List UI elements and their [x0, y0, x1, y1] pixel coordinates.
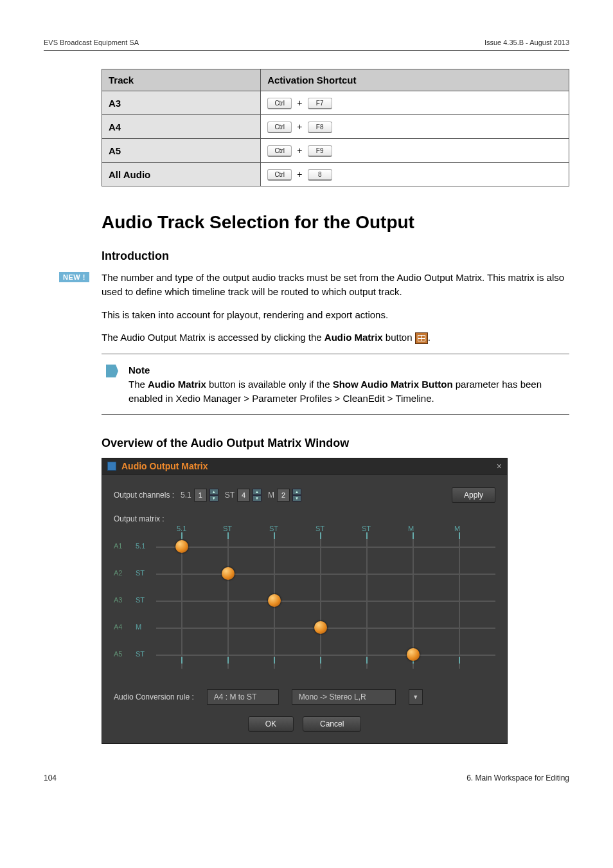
note-tag-icon — [104, 363, 120, 381]
new-badge: NEW ! — [59, 272, 89, 282]
conversion-label: Audio Conversion rule : — [114, 692, 194, 701]
key-ctrl: Ctrl — [267, 122, 292, 133]
output-matrix-label: Output matrix : — [114, 514, 164, 523]
matrix-col-header: M — [454, 525, 460, 532]
window-icon — [107, 462, 116, 471]
th-shortcut: Activation Shortcut — [261, 69, 569, 91]
matrix-node[interactable] — [268, 594, 281, 607]
conversion-rule-select[interactable]: Mono -> Stereo L,R — [292, 689, 396, 705]
output-channels-row: Output channels : 5.1 1 ▲▼ ST 4 ▲▼ M 2 ▲… — [102, 475, 507, 508]
key-8: 8 — [308, 169, 332, 181]
matrix-row-header: A15.1 — [114, 542, 145, 550]
note-box: Note The Audio Matrix button is availabl… — [102, 354, 569, 415]
matrix-row-header: A2ST — [114, 569, 145, 577]
spinner-5-1[interactable]: ▲▼ — [209, 489, 218, 502]
key-f8: F8 — [308, 122, 332, 133]
intro-paragraph-3: The Audio Output Matrix is accessed by c… — [102, 330, 569, 345]
conversion-source: A4 : M to ST — [207, 689, 279, 705]
table-row: All Audio Ctrl + 8 — [102, 163, 569, 186]
cancel-button[interactable]: Cancel — [303, 716, 361, 732]
header-left: EVS Broadcast Equipment SA — [44, 39, 139, 46]
intro-paragraph-2: This is taken into account for playout, … — [102, 308, 569, 322]
channel-5-1-value[interactable]: 1 — [194, 489, 207, 502]
footer-section: 6. Main Workspace for Editing — [466, 773, 569, 782]
channel-m-value[interactable]: 2 — [277, 489, 290, 502]
matrix-row-header: A5ST — [114, 650, 145, 658]
plus-icon: + — [294, 145, 305, 156]
table-row: A4 Ctrl + F8 — [102, 115, 569, 139]
plus-icon: + — [294, 98, 305, 108]
footer-page-number: 104 — [44, 773, 57, 782]
matrix-col-header: ST — [223, 525, 232, 532]
section-title: Audio Track Selection for the Output — [102, 212, 569, 233]
track-label: A5 — [102, 139, 261, 163]
key-ctrl: Ctrl — [267, 98, 292, 109]
key-ctrl: Ctrl — [267, 145, 292, 157]
matrix-node[interactable] — [175, 540, 188, 553]
table-row: A5 Ctrl + F9 — [102, 139, 569, 163]
header-right: Issue 4.35.B - August 2013 — [484, 39, 569, 46]
channel-st-value[interactable]: 4 — [237, 489, 250, 502]
plus-icon: + — [294, 169, 305, 179]
note-title: Note — [129, 365, 150, 375]
matrix-node[interactable] — [407, 648, 420, 661]
matrix-node[interactable] — [222, 567, 235, 580]
output-matrix-grid[interactable]: 5.1STSTSTSTMMA15.1A2STA3STA4MA5ST — [169, 527, 495, 674]
channel-5-1: 5.1 1 ▲▼ — [181, 489, 218, 502]
key-f7: F7 — [308, 98, 332, 109]
apply-button[interactable]: Apply — [452, 487, 495, 503]
window-titlebar: Audio Output Matrix × — [102, 458, 507, 475]
matrix-col-header: ST — [315, 525, 324, 532]
audio-matrix-icon — [415, 332, 428, 344]
close-icon[interactable]: × — [497, 461, 502, 471]
matrix-col-header: ST — [362, 525, 371, 532]
matrix-row-header: A3ST — [114, 596, 145, 604]
key-ctrl: Ctrl — [267, 169, 292, 181]
intro-paragraph-1: The number and type of the output audio … — [102, 271, 569, 299]
audio-output-matrix-window: Audio Output Matrix × Output channels : … — [102, 458, 508, 744]
spinner-st[interactable]: ▲▼ — [253, 489, 262, 502]
track-label: A3 — [102, 91, 261, 115]
track-label: All Audio — [102, 163, 261, 186]
th-track: Track — [102, 69, 261, 91]
intro-heading: Introduction — [102, 249, 569, 263]
dropdown-icon[interactable]: ▼ — [409, 689, 423, 705]
track-label: A4 — [102, 115, 261, 139]
matrix-col-header: M — [408, 525, 414, 532]
page-footer: 104 6. Main Workspace for Editing — [44, 773, 569, 782]
spinner-m[interactable]: ▲▼ — [292, 489, 301, 502]
output-channels-label: Output channels : — [114, 491, 174, 500]
ok-button[interactable]: OK — [248, 716, 294, 732]
page-header: EVS Broadcast Equipment SA Issue 4.35.B … — [44, 39, 569, 51]
channel-st: ST 4 ▲▼ — [225, 489, 262, 502]
table-row: A3 Ctrl + F7 — [102, 91, 569, 115]
shortcuts-table: Track Activation Shortcut A3 Ctrl + F7 A… — [102, 69, 569, 186]
window-title: Audio Output Matrix — [121, 461, 208, 471]
channel-m: M 2 ▲▼ — [268, 489, 301, 502]
matrix-col-header: ST — [269, 525, 278, 532]
key-f9: F9 — [308, 145, 332, 157]
matrix-col-header: 5.1 — [177, 525, 186, 532]
audio-conversion-row: Audio Conversion rule : A4 : M to ST Mon… — [102, 684, 507, 710]
plus-icon: + — [294, 122, 305, 132]
matrix-node[interactable] — [314, 621, 327, 634]
overview-heading: Overview of the Audio Output Matrix Wind… — [102, 437, 569, 450]
matrix-row-header: A4M — [114, 623, 141, 631]
